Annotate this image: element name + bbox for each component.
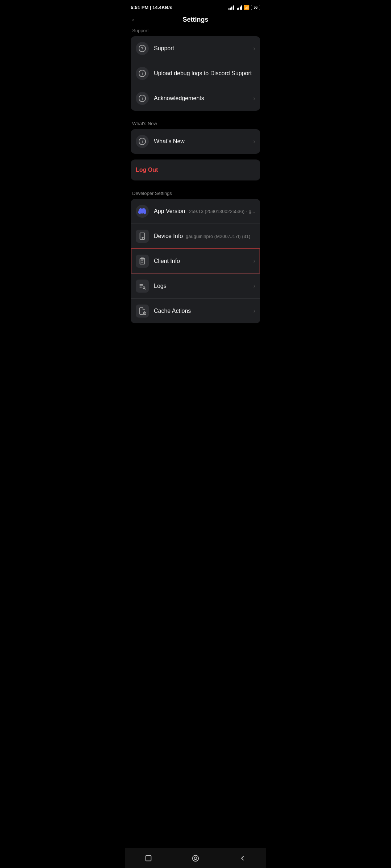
support-content: Support (154, 45, 251, 52)
status-bar: 5:51 PM | 14.4KB/s 📶 56 (125, 0, 266, 13)
acknowledgements-icon: i (136, 92, 149, 105)
svg-text:i: i (142, 139, 143, 144)
acknowledgements-label: Acknowledgements (154, 95, 204, 102)
section-label-support: Support (131, 28, 260, 36)
clipboard-icon (138, 257, 146, 265)
svg-line-24 (145, 289, 146, 289)
info-icon-ack: i (138, 94, 146, 102)
developer-card: App Version 259.13 (25901300225536) - g.… (131, 199, 260, 323)
device-info-icon (136, 230, 149, 243)
cache-warning-icon (138, 307, 146, 315)
upload-debug-icon: i (136, 67, 149, 80)
sidebar-item-support[interactable]: ? Support › (131, 36, 260, 61)
logs-chevron: › (253, 283, 255, 289)
status-time: 5:51 PM | 14.4KB/s (131, 5, 172, 10)
svg-text:?: ? (141, 46, 143, 51)
wifi-icon: 📶 (244, 5, 249, 10)
support-card: ? Support › i Upload debug logs to Disco… (131, 36, 260, 111)
cache-actions-icon (136, 305, 149, 318)
signal-bars-1 (228, 5, 234, 10)
logs-icon (136, 280, 149, 293)
app-version-content: App Version (154, 208, 189, 214)
logs-content: Logs (154, 283, 251, 289)
whats-new-card: i What's New › (131, 129, 260, 154)
sidebar-item-whats-new[interactable]: i What's New › (131, 129, 260, 154)
whats-new-icon: i (136, 135, 149, 148)
cache-actions-label: Cache Actions (154, 308, 191, 314)
sidebar-item-app-version[interactable]: App Version 259.13 (25901300225536) - g.… (131, 199, 260, 224)
logs-label: Logs (154, 283, 167, 289)
info-icon-new: i (138, 137, 146, 145)
signal-bars-2 (237, 5, 242, 10)
logout-button[interactable]: Log Out (131, 159, 260, 180)
device-info-label: Device Info (154, 233, 183, 239)
app-version-value: 259.13 (25901300225536) - g... (189, 209, 255, 214)
upload-debug-content: Upload debug logs to Discord Support (154, 70, 255, 77)
cache-actions-chevron: › (253, 308, 255, 314)
whats-new-chevron: › (253, 138, 255, 145)
status-icons: 📶 56 (228, 5, 260, 10)
app-version-label: App Version (154, 208, 185, 214)
support-label: Support (154, 45, 174, 52)
sidebar-item-acknowledgements[interactable]: i Acknowledgements › (131, 86, 260, 111)
content: Support ? Support › i (125, 28, 266, 323)
logout-label: Log Out (136, 167, 158, 173)
device-info-content: Device Info gauguininpro (M2007J17I) (31… (154, 233, 255, 239)
section-label-developer: Developer Settings (131, 186, 260, 199)
sidebar-item-upload-debug[interactable]: i Upload debug logs to Discord Support (131, 61, 260, 86)
header: ← Settings (125, 13, 266, 28)
logout-content: Log Out (136, 167, 255, 173)
client-info-chevron: › (253, 258, 255, 264)
whats-new-content: What's New (154, 138, 251, 145)
app-version-icon (136, 205, 149, 218)
logout-card: Log Out (131, 159, 260, 180)
svg-rect-8 (140, 233, 145, 239)
device-info-value: gauguininpro (M2007J17I) (31) (186, 234, 251, 239)
acknowledgements-chevron: › (253, 95, 255, 102)
sidebar-item-client-info[interactable]: Client Info › (131, 248, 260, 273)
upload-debug-label: Upload debug logs to Discord Support (154, 70, 252, 77)
whats-new-label: What's New (154, 138, 185, 145)
back-button[interactable]: ← (131, 15, 139, 25)
page-title: Settings (131, 16, 260, 24)
client-info-content: Client Info (154, 258, 251, 264)
client-info-icon (136, 255, 149, 268)
section-label-whats-new: What's New (131, 116, 260, 129)
cache-actions-content: Cache Actions (154, 308, 251, 314)
logs-search-icon (138, 282, 146, 290)
svg-text:i: i (142, 71, 143, 76)
discord-logo-icon (138, 207, 146, 215)
support-icon: ? (136, 42, 149, 55)
question-icon: ? (138, 44, 146, 52)
info-icon-upload: i (138, 69, 146, 77)
support-chevron: › (253, 45, 255, 52)
svg-point-10 (143, 238, 144, 239)
svg-text:i: i (142, 96, 143, 101)
battery-icon: 56 (251, 5, 260, 10)
client-info-label: Client Info (154, 258, 180, 264)
phone-settings-icon (138, 232, 146, 240)
sidebar-item-device-info[interactable]: Device Info gauguininpro (M2007J17I) (31… (131, 224, 260, 248)
svg-point-23 (143, 287, 145, 289)
sidebar-item-cache-actions[interactable]: Cache Actions › (131, 298, 260, 323)
sidebar-item-logs[interactable]: Logs › (131, 273, 260, 298)
acknowledgements-content: Acknowledgements (154, 95, 251, 102)
